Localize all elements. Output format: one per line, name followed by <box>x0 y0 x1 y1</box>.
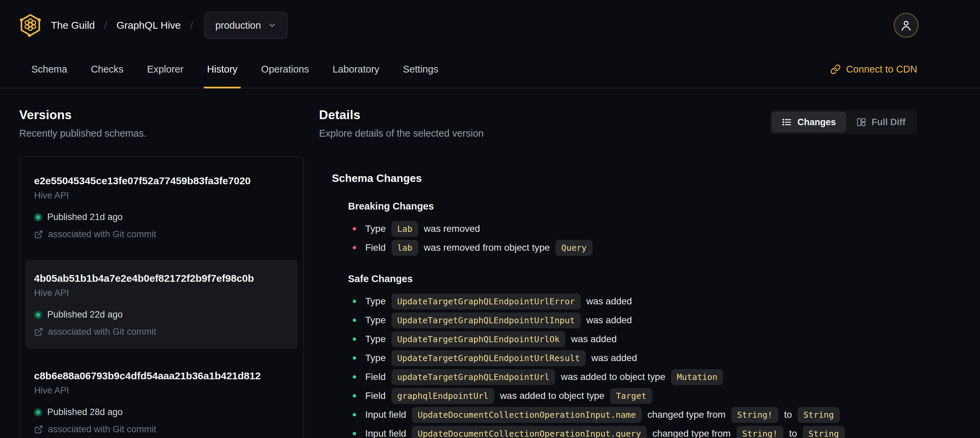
full-diff-view-label: Full Diff <box>872 117 905 127</box>
user-avatar[interactable] <box>894 13 919 38</box>
external-link-icon <box>34 327 43 336</box>
tab-laboratory[interactable]: Laboratory <box>331 51 381 88</box>
published-time: Published 22d ago <box>47 309 123 320</box>
code-chip: UpdateTargetGraphQLEndpointUrlResult <box>391 350 586 366</box>
breadcrumb-project[interactable]: GraphQL Hive <box>116 19 181 31</box>
published-status: Published 22d ago <box>34 309 289 320</box>
change-text: Field <box>365 371 386 382</box>
code-chip: UpdateDocumentCollectionOperationInput.q… <box>412 426 646 438</box>
service-name: Hive API <box>34 190 289 201</box>
change-text: was removed from object type <box>424 242 550 253</box>
version-hash: e2e55045345ce13fe07f52a77459b83fa3fe7020 <box>34 175 289 186</box>
code-chip: lab <box>391 240 418 256</box>
schema-change-item: TypeUpdateTargetGraphQLEndpointUrlErrorw… <box>348 292 917 311</box>
version-card[interactable]: e2e55045345ce13fe07f52a77459b83fa3fe7020… <box>25 162 298 251</box>
details-panel: Details Explore details of the selected … <box>319 108 917 438</box>
code-chip: UpdateTargetGraphQLEndpointUrlError <box>391 293 581 309</box>
schema-change-item: TypeUpdateTargetGraphQLEndpointUrlInputw… <box>348 311 917 330</box>
code-chip: UpdateDocumentCollectionOperationInput.n… <box>412 407 641 423</box>
git-commit-link[interactable]: associated with Git commit <box>34 327 289 337</box>
app-root: The Guild / GraphQL Hive / production Sc… <box>0 0 980 438</box>
tab-settings[interactable]: Settings <box>402 51 440 88</box>
tab-schema[interactable]: Schema <box>30 51 68 88</box>
version-list: e2e55045345ce13fe07f52a77459b83fa3fe7020… <box>19 156 304 438</box>
safe-changes-list: TypeUpdateTargetGraphQLEndpointUrlErrorw… <box>348 292 917 438</box>
link-icon <box>830 64 841 75</box>
schema-changes-title: Schema Changes <box>332 172 917 185</box>
cdn-link-label: Connect to CDN <box>846 64 917 75</box>
full-diff-view-button[interactable]: Full Diff <box>846 112 916 132</box>
connect-to-cdn-link[interactable]: Connect to CDN <box>830 51 917 88</box>
published-status-dot <box>34 311 42 319</box>
tab-operations[interactable]: Operations <box>260 51 310 88</box>
code-chip: String <box>803 426 845 438</box>
change-text: Field <box>365 242 386 253</box>
code-chip: Lab <box>391 221 418 237</box>
changes-view-label: Changes <box>797 117 836 127</box>
versions-panel: Versions Recently published schemas. e2e… <box>19 108 304 438</box>
tab-explorer[interactable]: Explorer <box>146 51 185 88</box>
details-subtitle: Explore details of the selected version <box>319 128 484 139</box>
breaking-change-bullet <box>353 246 356 249</box>
change-text: was added to object type <box>500 390 605 401</box>
change-text: Input field <box>365 409 406 420</box>
version-hash: c8b6e88a06793b9c4dfd54aaa21b36a1b421d812 <box>34 370 289 382</box>
service-name: Hive API <box>34 385 289 396</box>
breaking-change-bullet <box>353 227 356 231</box>
breaking-changes-list: TypeLabwas removedFieldlabwas removed fr… <box>348 219 917 257</box>
version-hash: 4b05ab51b1b4a7e2e4b0ef82172f2b9f7ef98c0b <box>34 272 289 284</box>
schema-change-item: TypeUpdateTargetGraphQLEndpointUrlOkwas … <box>348 330 917 349</box>
schema-change-item: FieldgraphqlEndpointUrlwas added to obje… <box>348 386 917 405</box>
change-text: was added <box>587 315 632 326</box>
breadcrumb: The Guild / GraphQL Hive / production <box>0 0 980 51</box>
schema-change-item: Input fieldUpdateDocumentCollectionOpera… <box>348 405 917 424</box>
git-commit-link[interactable]: associated with Git commit <box>34 229 289 240</box>
safe-change-bullet <box>353 432 356 435</box>
main-content: Versions Recently published schemas. e2e… <box>0 88 980 438</box>
change-text: to <box>784 409 792 420</box>
changes-view-button[interactable]: Changes <box>772 112 846 132</box>
breaking-changes-title: Breaking Changes <box>348 201 917 212</box>
safe-change-bullet <box>353 413 356 416</box>
version-card[interactable]: c8b6e88a06793b9c4dfd54aaa21b36a1b421d812… <box>25 357 298 438</box>
change-text: was added <box>592 353 637 363</box>
git-commit-link[interactable]: associated with Git commit <box>34 424 289 435</box>
safe-changes-title: Safe Changes <box>348 273 917 285</box>
external-link-icon <box>34 230 43 239</box>
service-name: Hive API <box>34 288 289 298</box>
tab-checks[interactable]: Checks <box>89 51 125 88</box>
code-chip: Query <box>555 240 592 256</box>
target-selector[interactable]: production <box>204 12 287 39</box>
change-text: changed type from <box>648 409 726 420</box>
published-status-dot <box>34 408 42 416</box>
change-text: was removed <box>424 223 480 234</box>
main-nav: SchemaChecksExplorerHistoryOperationsLab… <box>0 51 980 88</box>
hive-logo-icon[interactable] <box>19 13 41 37</box>
safe-change-bullet <box>353 375 356 379</box>
breadcrumb-org[interactable]: The Guild <box>51 19 95 31</box>
target-name: production <box>215 20 261 31</box>
list-icon <box>782 117 792 127</box>
version-card[interactable]: 4b05ab51b1b4a7e2e4b0ef82172f2b9f7ef98c0b… <box>25 260 298 349</box>
schema-change-item: TypeUpdateTargetGraphQLEndpointUrlResult… <box>348 349 917 368</box>
change-text: Type <box>365 223 386 234</box>
git-commit-link-label: associated with Git commit <box>48 229 156 240</box>
tab-history[interactable]: History <box>206 51 239 88</box>
details-header: Details Explore details of the selected … <box>319 108 917 139</box>
safe-change-bullet <box>353 319 356 322</box>
breadcrumb-separator: / <box>104 19 107 31</box>
schema-changes-section: Schema Changes Breaking Changes TypeLabw… <box>332 172 917 438</box>
published-time: Published 28d ago <box>47 407 123 417</box>
view-toggle: Changes Full Diff <box>770 110 917 134</box>
breadcrumb-separator: / <box>190 19 193 31</box>
schema-change-item: Input fieldUpdateDocumentCollectionOpera… <box>348 424 917 438</box>
change-text: Field <box>365 390 386 401</box>
change-text: Type <box>365 353 386 363</box>
chevron-down-icon <box>268 21 277 30</box>
change-text: was added <box>587 296 632 307</box>
schema-change-item: TypeLabwas removed <box>348 219 917 238</box>
code-chip: String! <box>737 426 783 438</box>
nav-tabs: SchemaChecksExplorerHistoryOperationsLab… <box>30 51 440 88</box>
columns-icon <box>856 117 866 127</box>
safe-change-bullet <box>353 338 356 341</box>
